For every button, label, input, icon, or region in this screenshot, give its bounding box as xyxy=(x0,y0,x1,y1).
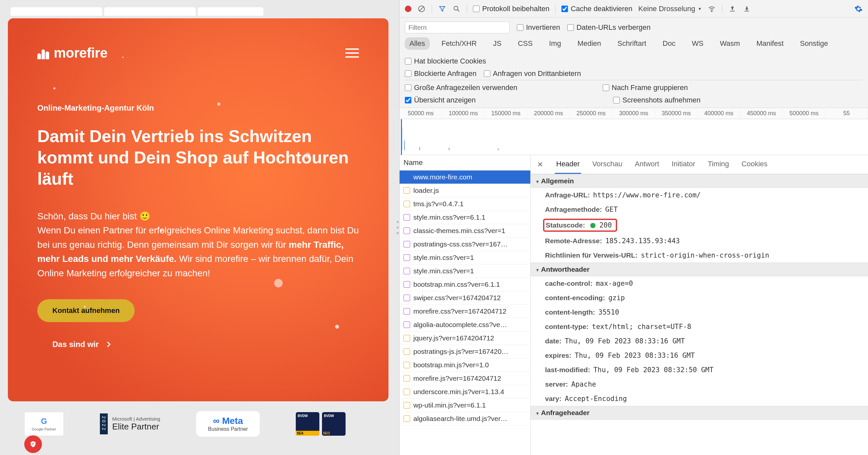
request-name: jquery.js?ver=1674204712 xyxy=(413,334,494,342)
menu-button[interactable] xyxy=(345,48,359,58)
detail-tab-header[interactable]: Header xyxy=(555,155,581,174)
request-name: bootstrap.min.js?ver=1.0 xyxy=(413,361,489,369)
type-filter-img[interactable]: Img xyxy=(545,37,566,50)
request-row[interactable]: postratings-css.css?ver=167… xyxy=(400,238,530,251)
chevron-down-icon: ▼ xyxy=(698,6,702,11)
blocked-cookies-checkbox[interactable]: Hat blockierte Cookies xyxy=(405,57,486,65)
large-rows-checkbox[interactable]: Große Anfragezeilen verwenden xyxy=(405,84,518,92)
request-row[interactable]: algoliasearch-lite.umd.js?ver… xyxy=(400,412,530,426)
request-headers-section-header[interactable]: Anfrageheader xyxy=(531,406,868,420)
request-row[interactable]: bootstrap.min.js?ver=1.0 xyxy=(400,358,530,372)
invert-checkbox[interactable]: Invertieren xyxy=(517,23,560,32)
response-header-row: content-length:35510 xyxy=(531,305,868,320)
type-filter-doc[interactable]: Doc xyxy=(658,37,680,50)
hide-data-urls-checkbox[interactable]: Daten-URLs verbergen xyxy=(567,23,651,32)
record-button[interactable] xyxy=(405,6,411,12)
upload-icon[interactable] xyxy=(728,5,737,13)
timeline-tick: 450000 ms xyxy=(740,108,783,119)
search-icon[interactable] xyxy=(452,5,461,13)
request-row[interactable]: loader.js xyxy=(400,184,530,197)
request-name: algolia-autocomplete.css?ve… xyxy=(413,321,507,329)
request-row[interactable]: swiper.css?ver=1674204712 xyxy=(400,291,530,305)
timeline-ruler[interactable]: 50000 ms100000 ms150000 ms200000 ms25000… xyxy=(400,108,868,119)
type-filter-manifest[interactable]: Manifest xyxy=(752,37,788,50)
type-filter-wasm[interactable]: Wasm xyxy=(715,37,745,50)
request-row[interactable]: style.min.css?ver=1 xyxy=(400,251,530,264)
filter-icon[interactable] xyxy=(438,5,446,13)
clear-icon[interactable] xyxy=(417,5,426,13)
request-name: morefire.css?ver=1674204712 xyxy=(413,307,506,315)
type-filter-alles[interactable]: Alles xyxy=(405,37,430,50)
response-headers-section-header[interactable]: Antwortheader xyxy=(531,262,868,276)
response-header-row: content-type:text/html; charset=UTF-8 xyxy=(531,320,868,334)
timeline-overview[interactable] xyxy=(400,119,868,155)
detail-tab-vorschau[interactable]: Vorschau xyxy=(591,155,624,174)
intro-paragraph: Schön, dass Du hier bist 🙂 Wenn Du einen… xyxy=(37,209,359,280)
request-url-row: Anfrage-URL:https://www.more-fire.com/ xyxy=(531,188,868,202)
css-file-icon xyxy=(404,295,410,301)
request-row[interactable]: morefire.css?ver=1674204712 xyxy=(400,305,530,318)
settings-gear-icon[interactable] xyxy=(854,5,863,13)
svg-line-3 xyxy=(458,10,459,11)
general-section-header[interactable]: Allgemein xyxy=(531,174,868,188)
request-row[interactable]: tms.js?v=0.4.7.1 xyxy=(400,197,530,211)
type-filter-fetch/xhr[interactable]: Fetch/XHR xyxy=(437,37,482,50)
browser-tab[interactable] xyxy=(198,7,264,16)
browser-tab[interactable] xyxy=(10,7,102,16)
type-filter-js[interactable]: JS xyxy=(488,37,506,50)
pane-splitter[interactable] xyxy=(396,0,399,455)
response-header-row: server:Apache xyxy=(531,377,868,391)
detail-tab-antwort[interactable]: Antwort xyxy=(633,155,661,174)
contact-button[interactable]: Kontakt aufnehmen xyxy=(37,299,135,322)
status-dot-icon xyxy=(590,223,595,228)
request-row[interactable]: style.min.css?ver=1 xyxy=(400,264,530,278)
shield-badge[interactable] xyxy=(24,435,42,453)
flame-icon xyxy=(37,47,50,59)
doc-file-icon xyxy=(404,174,410,181)
request-row[interactable]: www.more-fire.com xyxy=(400,170,530,184)
throttling-select[interactable]: Keine Drosselung ▼ xyxy=(639,5,702,13)
request-row[interactable]: style.min.css?ver=6.1.1 xyxy=(400,211,530,224)
request-name: wp-util.min.js?ver=6.1.1 xyxy=(413,401,486,409)
download-icon[interactable] xyxy=(743,5,751,13)
detail-tab-initiator[interactable]: Initiator xyxy=(670,155,696,174)
type-filter-sonstige[interactable]: Sonstige xyxy=(795,37,833,50)
timeline-tick: 200000 ms xyxy=(527,108,570,119)
blocked-requests-checkbox[interactable]: Blockierte Anfragen xyxy=(405,69,476,78)
request-row[interactable]: bootstrap.min.css?ver=6.1.1 xyxy=(400,278,530,291)
detail-tab-timing[interactable]: Timing xyxy=(707,155,731,174)
bvdw-badges: BVDW SEA BVDW SEO xyxy=(296,412,346,436)
group-by-frame-checkbox[interactable]: Nach Frame gruppieren xyxy=(603,84,688,92)
request-row[interactable]: classic-themes.min.css?ver=1 xyxy=(400,224,530,238)
site-logo[interactable]: morefire xyxy=(37,45,107,61)
request-name: style.min.css?ver=6.1.1 xyxy=(413,214,486,221)
type-filter-medien[interactable]: Medien xyxy=(573,37,606,50)
disable-cache-checkbox[interactable]: Cache deaktivieren xyxy=(561,5,632,13)
request-row[interactable]: morefire.js?ver=1674204712 xyxy=(400,372,530,385)
headline: Damit Dein Vertrieb ins Schwitzen kommt … xyxy=(37,126,359,190)
request-row[interactable]: algolia-autocomplete.css?ve… xyxy=(400,318,530,332)
timeline-tick: 150000 ms xyxy=(485,108,527,119)
name-column-header[interactable]: Name xyxy=(400,155,530,170)
third-party-checkbox[interactable]: Anfragen von Drittanbietern xyxy=(484,69,581,78)
request-name: postratings-css.css?ver=167… xyxy=(413,240,508,248)
about-us-link[interactable]: Das sind wir xyxy=(53,340,110,349)
detail-tab-cookies[interactable]: Cookies xyxy=(740,155,769,174)
meta-partner-badge: ∞ Meta Business Partner xyxy=(196,411,260,437)
type-filter-ws[interactable]: WS xyxy=(687,37,708,50)
request-row[interactable]: underscore.min.js?ver=1.13.4 xyxy=(400,385,530,399)
request-row[interactable]: jquery.js?ver=1674204712 xyxy=(400,332,530,345)
screenshots-checkbox[interactable]: Screenshots aufnehmen xyxy=(613,96,701,104)
filter-input[interactable] xyxy=(405,22,510,33)
preserve-log-checkbox[interactable]: Protokoll beibehalten xyxy=(473,5,549,13)
show-overview-checkbox[interactable]: Übersicht anzeigen xyxy=(405,96,475,104)
svg-rect-6 xyxy=(745,11,749,11)
browser-tab[interactable] xyxy=(104,7,196,16)
css-file-icon xyxy=(404,254,410,261)
request-row[interactable]: wp-util.min.js?ver=6.1.1 xyxy=(400,399,530,412)
type-filter-schriftart[interactable]: Schriftart xyxy=(613,37,651,50)
wifi-icon[interactable] xyxy=(708,5,716,13)
request-row[interactable]: postratings-js.js?ver=167420… xyxy=(400,345,530,358)
close-icon[interactable]: ✕ xyxy=(535,157,545,173)
type-filter-css[interactable]: CSS xyxy=(513,37,537,50)
